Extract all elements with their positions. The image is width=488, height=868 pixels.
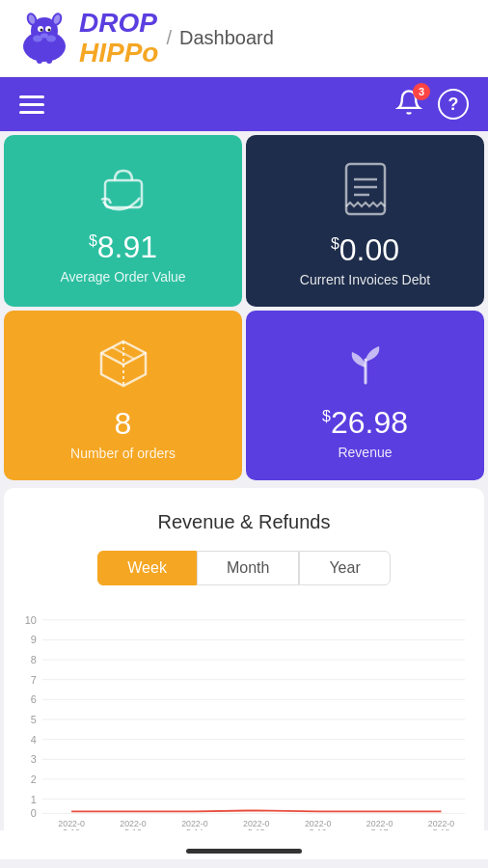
svg-text:6: 6 [31,693,37,705]
svg-text:9: 9 [31,634,37,645]
logo-text: DROP HIPPo [79,9,158,68]
svg-text:5-14: 5-14 [186,827,203,830]
revenue-card: $26.98 Revenue [246,311,484,480]
svg-text:4: 4 [31,734,37,746]
svg-point-7 [48,28,51,31]
svg-text:7: 7 [31,674,37,686]
breadcrumb-separator: / [166,27,172,49]
shopping-bag-icon [97,165,149,220]
sprout-icon [340,339,391,395]
chart-svg: 10 9 8 7 6 5 4 3 2 1 0 202 [19,609,469,830]
avg-order-card: $8.91 Average Order Value [4,135,242,307]
help-button[interactable]: ? [438,89,469,120]
svg-point-6 [41,28,43,31]
svg-rect-16 [346,164,385,214]
notification-bell-button[interactable]: 3 [395,89,422,120]
chart-area: 10 9 8 7 6 5 4 3 2 1 0 202 [19,609,469,830]
revenue-value: $26.98 [322,405,408,441]
hamburger-button[interactable] [19,95,44,114]
tab-week[interactable]: Week [97,551,197,585]
box-icon [97,338,149,396]
svg-text:5-12: 5-12 [63,827,80,830]
svg-text:1: 1 [31,794,37,805]
chart-title: Revenue & Refunds [19,511,469,533]
breadcrumb: Dashboard [179,27,274,49]
svg-text:10: 10 [25,614,37,626]
svg-text:0: 0 [31,807,37,819]
svg-rect-9 [37,56,42,64]
svg-text:8: 8 [31,654,37,665]
cards-grid: $8.91 Average Order Value $0.00 Current … [0,131,488,484]
svg-text:5-16: 5-16 [310,827,327,830]
revenue-label: Revenue [338,445,392,460]
tab-year[interactable]: Year [299,551,390,585]
logo-hippo: HIPPo [79,39,158,68]
chart-section: Revenue & Refunds Week Month Year 10 9 8… [4,488,484,830]
svg-text:5-17: 5-17 [371,827,389,830]
orders-value: 8 [115,406,132,442]
avg-order-label: Average Order Value [60,269,185,285]
invoices-card: $0.00 Current Invoices Debt [246,135,484,307]
nav-right: 3 ? [395,89,469,120]
notification-badge: 3 [413,83,430,100]
app-header: DROP HIPPo / Dashboard [0,0,488,77]
svg-text:3: 3 [31,753,37,765]
hippo-logo-icon [15,10,73,68]
svg-text:5-18: 5-18 [433,827,450,830]
tab-month[interactable]: Month [197,551,299,585]
svg-text:5-13: 5-13 [124,827,142,830]
svg-point-8 [41,33,48,38]
svg-text:5-15: 5-15 [248,827,265,830]
orders-label: Number of orders [70,446,176,461]
orders-card: 8 Number of orders [4,311,242,480]
svg-text:5: 5 [31,714,37,725]
navbar: 3 ? [0,77,488,131]
avg-order-value: $8.91 [89,230,157,265]
svg-rect-10 [46,56,52,64]
logo-drop: DROP [79,9,158,39]
logo-area: DROP HIPPo / Dashboard [15,9,473,68]
chart-tabs: Week Month Year [19,551,469,585]
home-indicator [186,849,302,854]
bottom-bar [0,830,488,859]
invoices-label: Current Invoices Debt [300,272,430,287]
invoice-icon [342,162,389,223]
invoices-value: $0.00 [331,232,399,268]
svg-text:2: 2 [31,773,37,785]
